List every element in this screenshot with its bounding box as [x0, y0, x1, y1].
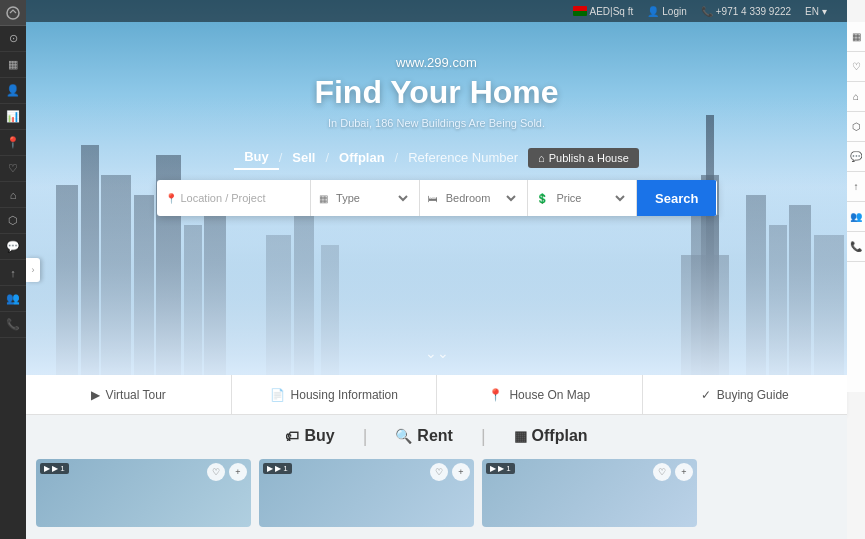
right-icon-home[interactable]: ⌂: [847, 82, 865, 112]
location-icon: 📍: [165, 193, 177, 204]
location-field[interactable]: 📍 Location / Project: [157, 180, 312, 216]
nav-tab-buy[interactable]: Buy: [234, 145, 279, 170]
login-label: Login: [662, 6, 686, 17]
sidebar-item-phone[interactable]: 📞: [0, 312, 26, 338]
card-actions-2: ♡ +: [653, 463, 693, 481]
scroll-indicator: ⌄⌄: [425, 345, 449, 361]
price-field[interactable]: 💲 Price: [528, 180, 637, 216]
price-icon: 💲: [536, 193, 548, 204]
currency-selector[interactable]: AED|Sq ft: [573, 6, 634, 17]
sidebar-item-group[interactable]: 👥: [0, 286, 26, 312]
sidebar-item-chat[interactable]: 💬: [0, 234, 26, 260]
right-icon-phone[interactable]: 📞: [847, 232, 865, 262]
right-icon-up[interactable]: ↑: [847, 172, 865, 202]
card-badge-2: ▶ ▶ 1: [486, 463, 515, 474]
type-field[interactable]: ▦ Type: [311, 180, 420, 216]
check-circle-icon: ✓: [701, 388, 711, 402]
cat-buy-label: Buy: [304, 427, 334, 445]
cat-tab-rent[interactable]: 🔍 Rent: [387, 425, 461, 447]
card-badge-1: ▶ ▶ 1: [263, 463, 292, 474]
right-icon-grid[interactable]: ▦: [847, 22, 865, 52]
login-button[interactable]: 👤 Login: [647, 6, 686, 17]
search-button[interactable]: Search: [637, 180, 716, 216]
card-badge-label-0: ▶ 1: [52, 464, 65, 473]
svg-point-0: [7, 7, 19, 19]
bottom-nav-housing-info[interactable]: 📄 Housing Information: [232, 375, 438, 414]
bedroom-icon: 🛏: [428, 193, 438, 204]
location-placeholder: Location / Project: [181, 192, 266, 204]
card-heart-btn-0[interactable]: ♡: [207, 463, 225, 481]
phone-icon: 📞: [701, 6, 713, 17]
card-badge-0: ▶ ▶ 1: [40, 463, 69, 474]
cat-tab-offplan[interactable]: ▦ Offplan: [506, 425, 596, 447]
card-badge-label-1: ▶ 1: [275, 464, 288, 473]
topbar: AED|Sq ft 👤 Login 📞 +971 4 339 9222 EN ▾: [26, 0, 847, 22]
sidebar-item-chart[interactable]: 📊: [0, 104, 26, 130]
phone-label: +971 4 339 9222: [716, 6, 791, 17]
phone-number[interactable]: 📞 +971 4 339 9222: [701, 6, 791, 17]
property-card-0[interactable]: ▶ ▶ 1 ♡ +: [36, 459, 251, 527]
type-select[interactable]: Type: [332, 191, 411, 205]
sidebar-item-share[interactable]: ⬡: [0, 208, 26, 234]
search-bar: 📍 Location / Project ▦ Type 🛏 Bedroom: [157, 180, 717, 216]
hero-subtitle: In Dubai, 186 New Buildings Are Being So…: [26, 117, 847, 129]
category-tabs: 🏷 Buy | 🔍 Rent | ▦ Offplan: [26, 415, 847, 455]
card-heart-btn-1[interactable]: ♡: [430, 463, 448, 481]
card-add-btn-1[interactable]: +: [452, 463, 470, 481]
publish-house-button[interactable]: ⌂ Publish a House: [528, 148, 639, 168]
property-cards-list: ▶ ▶ 1 ♡ + ▶ ▶ 1 ♡ +: [26, 459, 847, 527]
sidebar-item-home[interactable]: ⌂: [0, 182, 26, 208]
property-card-1[interactable]: ▶ ▶ 1 ♡ +: [259, 459, 474, 527]
bottom-nav-buying-guide[interactable]: ✓ Buying Guide: [643, 375, 848, 414]
cat-rent-label: Rent: [417, 427, 453, 445]
sidebar-item-heart[interactable]: ♡: [0, 156, 26, 182]
sidebar-item-grid[interactable]: ▦: [0, 52, 26, 78]
price-select[interactable]: Price: [552, 191, 628, 205]
bottom-nav-virtual-tour[interactable]: ▶ Virtual Tour: [26, 375, 232, 414]
language-selector[interactable]: EN ▾: [805, 6, 827, 17]
card-badge-label-2: ▶ 1: [498, 464, 511, 473]
house-map-label: House On Map: [509, 388, 590, 402]
nav-tab-reference[interactable]: Reference Number: [398, 146, 528, 169]
card-heart-btn-2[interactable]: ♡: [653, 463, 671, 481]
publish-label: Publish a House: [549, 152, 629, 164]
sidebar-item-circles[interactable]: ⊙: [0, 26, 26, 52]
hero-url: www.299.com: [26, 55, 847, 70]
sidebar-item-person[interactable]: 👤: [0, 78, 26, 104]
buying-guide-label: Buying Guide: [717, 388, 789, 402]
right-icon-heart[interactable]: ♡: [847, 52, 865, 82]
tag-icon: 🏷: [285, 428, 299, 444]
document-icon: 📄: [270, 388, 285, 402]
sidebar-logo[interactable]: [0, 0, 26, 26]
video-badge-icon-2: ▶: [490, 464, 496, 473]
nav-tab-offplan[interactable]: Offplan: [329, 146, 395, 169]
bedroom-field[interactable]: 🛏 Bedroom: [420, 180, 529, 216]
video-badge-icon-1: ▶: [267, 464, 273, 473]
sidebar-item-up[interactable]: ↑: [0, 260, 26, 286]
sidebar-item-pin[interactable]: 📍: [0, 130, 26, 156]
nav-tab-sell[interactable]: Sell: [282, 146, 325, 169]
card-add-btn-0[interactable]: +: [229, 463, 247, 481]
right-icon-chat[interactable]: 💬: [847, 142, 865, 172]
card-actions-1: ♡ +: [430, 463, 470, 481]
cat-sep-1: |: [363, 426, 368, 447]
sidebar-collapse-arrow[interactable]: ›: [26, 258, 40, 282]
card-actions-0: ♡ +: [207, 463, 247, 481]
type-icon: ▦: [319, 193, 328, 204]
bottom-nav-house-map[interactable]: 📍 House On Map: [437, 375, 643, 414]
hero-title: Find Your Home: [26, 74, 847, 111]
chevron-down-icon: ▾: [822, 6, 827, 17]
cat-tab-buy[interactable]: 🏷 Buy: [277, 425, 342, 447]
hero-text-block: www.299.com Find Your Home In Dubai, 186…: [26, 55, 847, 216]
main-content: AED|Sq ft 👤 Login 📞 +971 4 339 9222 EN ▾…: [26, 0, 865, 539]
video-badge-icon: ▶: [44, 464, 50, 473]
bedroom-select[interactable]: Bedroom: [442, 191, 520, 205]
card-add-btn-2[interactable]: +: [675, 463, 693, 481]
home-icon: ⌂: [538, 152, 545, 164]
right-icon-share[interactable]: ⬡: [847, 112, 865, 142]
cat-offplan-label: Offplan: [532, 427, 588, 445]
right-icon-group[interactable]: 👥: [847, 202, 865, 232]
lang-label: EN: [805, 6, 819, 17]
property-card-2[interactable]: ▶ ▶ 1 ♡ +: [482, 459, 697, 527]
flag-icon: [573, 6, 587, 16]
